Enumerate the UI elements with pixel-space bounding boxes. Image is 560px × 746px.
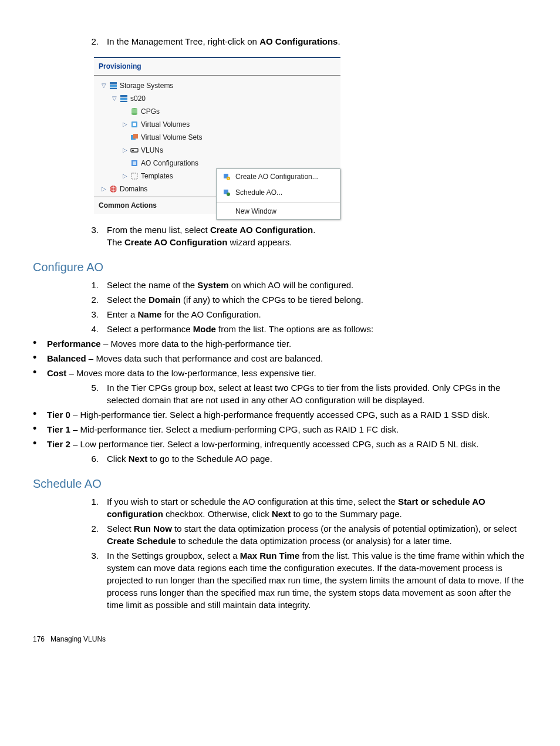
- bullet-icon: •: [33, 438, 47, 450]
- tree-label: AO Configurations: [141, 157, 198, 169]
- page-number: 176: [33, 635, 45, 643]
- tree-label: Templates: [141, 170, 173, 182]
- disclosure-open-icon[interactable]: ▽: [112, 93, 117, 104]
- step-body: Select the name of the System on which A…: [107, 279, 527, 291]
- step-body: Select the Domain (if any) to which the …: [107, 293, 527, 306]
- step-body: In the Tier CPGs group box, select at le…: [107, 382, 527, 406]
- footer-title: Managing VLUNs: [50, 635, 106, 643]
- step-body: In the Settings groupbox, select a Max R…: [107, 549, 527, 611]
- svg-rect-10: [133, 123, 136, 126]
- svg-text:+: +: [228, 177, 230, 180]
- tree-label: s020: [130, 93, 146, 104]
- step-body: If you wish to start or schedule the AO …: [107, 495, 527, 520]
- svg-rect-13: [131, 148, 138, 152]
- text: checkbox. Otherwise, click: [163, 509, 272, 519]
- tree-s020[interactable]: ▽ s020: [96, 92, 338, 105]
- page-footer: 176 Managing VLUNs: [33, 634, 527, 644]
- bullet-icon: •: [33, 352, 47, 364]
- step-number: 1.: [70, 279, 107, 291]
- tree-storage-systems[interactable]: ▽ Storage Systems: [96, 79, 338, 92]
- svg-point-8: [131, 113, 137, 115]
- menu-label: Create AO Configuration...: [235, 172, 318, 182]
- text: from the list. The options are as follow…: [216, 324, 373, 334]
- text: If you wish to start or schedule the AO …: [107, 497, 398, 507]
- text: wizard appears.: [227, 237, 292, 247]
- step-number: 2.: [70, 35, 107, 48]
- step-body: From the menu list, select Create AO Con…: [107, 224, 527, 248]
- bullet-body: Tier 0 – High-performance tier. Select a…: [47, 409, 527, 421]
- tree-label: Virtual Volumes: [141, 119, 190, 130]
- spacer-icon: [222, 207, 231, 215]
- tree-label: VLUNs: [141, 144, 163, 156]
- bold-text: System: [197, 280, 228, 290]
- text: Select: [107, 524, 134, 534]
- stack-icon: [109, 82, 117, 90]
- step-number: 5.: [70, 382, 107, 406]
- text: Select a performance: [107, 324, 193, 334]
- bold-text: Tier 0: [47, 410, 70, 420]
- configure-step-5: 5. In the Tier CPGs group box, select at…: [70, 382, 527, 406]
- create-icon: +: [222, 173, 231, 181]
- mode-bullet: •Performance – Moves more data to the hi…: [33, 337, 527, 350]
- svg-rect-17: [131, 173, 137, 179]
- svg-rect-3: [120, 95, 127, 97]
- menu-new-window[interactable]: New Window: [217, 204, 340, 220]
- tree-virtual-volume-sets[interactable]: Virtual Volume Sets: [96, 131, 338, 144]
- disclosure-closed-icon[interactable]: ▷: [101, 183, 107, 195]
- bold-text: Name: [138, 309, 162, 319]
- schedule-icon: [222, 188, 231, 197]
- bold-text: Create AO Configuration: [124, 237, 227, 247]
- tier-bullet: •Tier 1 – Mid-performance tier. Select a…: [33, 423, 527, 436]
- step-body: In the Management Tree, right-click on A…: [107, 35, 527, 48]
- bold-text: Performance: [47, 339, 101, 349]
- text: The: [107, 237, 124, 247]
- text: to start the data optimization process (…: [172, 524, 517, 534]
- bullet-icon: •: [33, 423, 47, 436]
- tree-cpgs[interactable]: CPGs: [96, 105, 338, 118]
- step-number: 2.: [70, 293, 107, 306]
- step-body: Enter a Name for the AO Configuration.: [107, 308, 527, 320]
- disclosure-closed-icon[interactable]: ▷: [122, 144, 128, 156]
- step-body: Select Run Now to start the data optimiz…: [107, 522, 527, 547]
- tree-vluns[interactable]: ▷ VLUNs: [96, 144, 338, 157]
- disclosure-open-icon[interactable]: ▽: [101, 80, 107, 92]
- tier-bullet: •Tier 0 – High-performance tier. Select …: [33, 409, 527, 421]
- bold-text: Create Schedule: [107, 536, 176, 546]
- tree-ao-configurations[interactable]: AO Configurations: [96, 157, 338, 170]
- disclosure-closed-icon[interactable]: ▷: [122, 170, 128, 182]
- disclosure-closed-icon[interactable]: ▷: [122, 119, 128, 130]
- step-number: 3.: [70, 549, 107, 611]
- schedule-step-3: 3. In the Settings groupbox, select a Ma…: [70, 549, 527, 611]
- svg-rect-12: [133, 134, 138, 139]
- tier-bullet: •Tier 2 – Low performance tier. Select a…: [33, 438, 527, 450]
- menu-create-ao[interactable]: + Create AO Configuration...: [217, 169, 340, 185]
- step-number: 3.: [70, 308, 107, 320]
- text: Click: [107, 454, 129, 464]
- tree-label: Domains: [120, 183, 147, 195]
- heading-schedule-ao: Schedule AO: [33, 475, 527, 492]
- tree-virtual-volumes[interactable]: ▷ Virtual Volumes: [96, 118, 338, 131]
- tree-label: Storage Systems: [120, 80, 173, 92]
- tree-label: Virtual Volume Sets: [141, 131, 203, 143]
- menu-schedule-ao[interactable]: Schedule AO...: [217, 185, 340, 201]
- bold-text: Domain: [149, 295, 181, 305]
- svg-rect-4: [120, 98, 127, 100]
- ao-config-icon: [130, 159, 139, 167]
- svg-rect-16: [133, 161, 136, 165]
- template-icon: [130, 172, 139, 180]
- bullet-body: Tier 1 – Mid-performance tier. Select a …: [47, 423, 527, 436]
- svg-rect-5: [120, 101, 127, 102]
- volume-icon: [130, 120, 139, 129]
- configure-step-2: 2.Select the Domain (if any) to which th…: [70, 293, 527, 306]
- bold-text: Tier 2: [47, 439, 70, 449]
- step-3: 3. From the menu list, select Create AO …: [70, 224, 527, 248]
- step-2: 2. In the Management Tree, right-click o…: [70, 35, 527, 48]
- svg-rect-0: [110, 82, 117, 85]
- text: In the Settings groupbox, select a: [107, 551, 240, 561]
- step-body: Select a performance Mode from the list.…: [107, 323, 527, 335]
- menu-label: New Window: [235, 207, 276, 217]
- vlun-icon: [130, 146, 139, 154]
- bold-text: Next: [272, 509, 291, 519]
- configure-step-6: 6. Click Next to go to the Schedule AO p…: [70, 453, 527, 465]
- svg-rect-2: [110, 88, 117, 89]
